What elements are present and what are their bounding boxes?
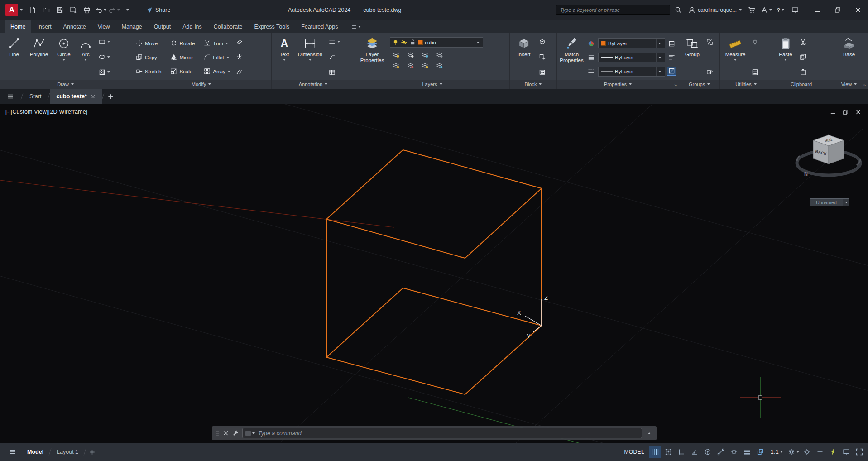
layer-unisolate-button[interactable] xyxy=(391,61,401,70)
list-button[interactable] xyxy=(667,53,676,62)
hatch-button[interactable] xyxy=(97,67,111,77)
line-button[interactable]: Line xyxy=(2,35,26,80)
layer-isolate-button[interactable] xyxy=(405,50,415,59)
ortho-mode-button[interactable] xyxy=(675,446,687,458)
draw-panel-label[interactable]: Draw xyxy=(0,80,131,89)
block-panel-label[interactable]: Block xyxy=(510,80,556,89)
scale-button[interactable]: Scale xyxy=(169,65,196,78)
create-block-button[interactable] xyxy=(537,52,547,62)
signed-in-user-button[interactable]: carolina.roque... xyxy=(686,6,743,14)
command-prompt-icon[interactable] xyxy=(245,431,255,436)
desktop-connector-button[interactable] xyxy=(789,3,801,17)
circle-button[interactable]: Circle xyxy=(52,35,76,80)
layer-lock-button[interactable] xyxy=(434,50,444,59)
tab-insert[interactable]: Insert xyxy=(31,20,57,33)
autodesk-access-button[interactable] xyxy=(760,3,772,17)
layer-match-button[interactable] xyxy=(405,61,415,70)
maximize-button[interactable] xyxy=(827,0,848,20)
object-snap-tracking-button[interactable] xyxy=(715,446,727,458)
tab-view[interactable]: View xyxy=(92,20,116,33)
workspace-switching-button[interactable] xyxy=(787,446,800,458)
panel-expand-icon[interactable]: » xyxy=(674,82,677,88)
copy-button[interactable]: Copy xyxy=(134,51,163,64)
quick-calculator-button[interactable] xyxy=(750,67,760,77)
layers-panel-label[interactable]: Layers xyxy=(355,80,509,89)
properties-panel-label[interactable]: Properties» xyxy=(557,80,679,89)
ribbon-options-button[interactable] xyxy=(348,20,364,33)
mirror-button[interactable]: Mirror xyxy=(169,51,196,64)
properties-palette-button[interactable] xyxy=(667,39,676,48)
dimension-button[interactable]: Dimension xyxy=(295,35,326,80)
open-button[interactable] xyxy=(40,3,53,17)
share-button[interactable]: Share xyxy=(142,6,174,14)
explode-button[interactable] xyxy=(235,52,244,62)
polyline-button[interactable]: Polyline xyxy=(26,35,52,80)
command-line[interactable]: Type a command xyxy=(212,426,657,440)
drawing-area[interactable]: Z X Y [-][Custom View][2D Wireframe] N xyxy=(0,104,868,443)
ucs-selector[interactable]: Unnamed xyxy=(810,198,849,206)
help-search-box[interactable] xyxy=(556,5,670,15)
array-button[interactable]: Array xyxy=(202,65,231,78)
object-snap-button[interactable] xyxy=(728,446,740,458)
match-properties-button[interactable]: Match Properties xyxy=(559,35,584,80)
new-layout-button[interactable] xyxy=(86,449,98,456)
viewcube[interactable]: N TOP BACK Unnamed xyxy=(793,130,864,211)
ucs-icon[interactable] xyxy=(525,299,542,332)
leader-button[interactable] xyxy=(327,52,341,62)
edit-block-button[interactable] xyxy=(537,37,547,47)
trim-button[interactable]: Trim xyxy=(202,37,231,50)
transparency-button[interactable] xyxy=(667,67,676,76)
table-button[interactable] xyxy=(327,67,341,77)
cut-button[interactable] xyxy=(798,37,808,47)
polar-tracking-button[interactable] xyxy=(688,446,700,458)
isodraft-button[interactable] xyxy=(701,446,714,458)
block-attributes-button[interactable] xyxy=(537,67,547,77)
tab-express-tools[interactable]: Express Tools xyxy=(249,20,296,33)
close-button[interactable] xyxy=(848,0,868,20)
layer-thaw-all-button[interactable] xyxy=(420,61,430,70)
snap-mode-button[interactable] xyxy=(662,446,674,458)
lineweight-select[interactable]: ByLayer xyxy=(598,53,665,62)
tab-home[interactable]: Home xyxy=(5,20,31,33)
modify-panel-label[interactable]: Modify xyxy=(131,80,271,89)
redo-button[interactable] xyxy=(108,3,120,17)
new-drawing-button[interactable] xyxy=(26,3,39,17)
stretch-button[interactable]: Stretch xyxy=(134,65,163,78)
command-input[interactable]: Type a command xyxy=(242,428,642,438)
selection-cycling-button[interactable] xyxy=(754,446,766,458)
layer-select[interactable]: cubo xyxy=(390,37,483,48)
insert-block-button[interactable]: Insert xyxy=(512,35,536,80)
command-placeholder[interactable]: Type a command xyxy=(258,430,302,437)
layout-menu-button[interactable] xyxy=(3,443,22,461)
paste-button[interactable]: Paste xyxy=(775,35,796,80)
rectangle-button[interactable] xyxy=(97,37,111,47)
annotation-panel-label[interactable]: Annotation xyxy=(272,80,355,89)
viewport-restore-icon[interactable] xyxy=(842,109,849,115)
search-input[interactable] xyxy=(560,7,666,13)
grid-display-button[interactable] xyxy=(649,446,661,458)
clean-screen-button[interactable] xyxy=(853,446,865,458)
fillet-button[interactable]: Fillet xyxy=(202,51,231,64)
annotation-visibility-button[interactable] xyxy=(801,446,813,458)
erase-button[interactable] xyxy=(235,37,244,47)
tab-cubo-teste[interactable]: cubo teste* xyxy=(50,89,101,104)
viewport-controls-label[interactable]: [-][Custom View][2D Wireframe] xyxy=(5,109,88,115)
lineweight-display-button[interactable] xyxy=(741,446,753,458)
arc-button[interactable]: Arc xyxy=(76,35,96,80)
graphics-performance-button[interactable] xyxy=(827,446,839,458)
annotation-scale-button[interactable]: 1:1 xyxy=(767,446,786,458)
tab-addins[interactable]: Add-ins xyxy=(177,20,207,33)
copy-clip-button[interactable] xyxy=(798,52,808,62)
customize-quick-access-button[interactable] xyxy=(121,3,134,17)
customize-wrench-icon[interactable] xyxy=(232,430,239,437)
app-store-button[interactable] xyxy=(745,3,758,17)
minimize-button[interactable] xyxy=(807,0,827,20)
viewcube-north-label[interactable]: N xyxy=(804,171,808,177)
add-scales-button[interactable] xyxy=(814,446,826,458)
paste-special-button[interactable] xyxy=(798,67,808,77)
id-point-button[interactable] xyxy=(750,37,760,47)
ungroup-button[interactable] xyxy=(705,37,715,47)
view-panel-label[interactable]: View» xyxy=(830,80,868,89)
command-history-button[interactable] xyxy=(645,432,653,434)
panel-expand-icon[interactable]: » xyxy=(863,82,866,88)
